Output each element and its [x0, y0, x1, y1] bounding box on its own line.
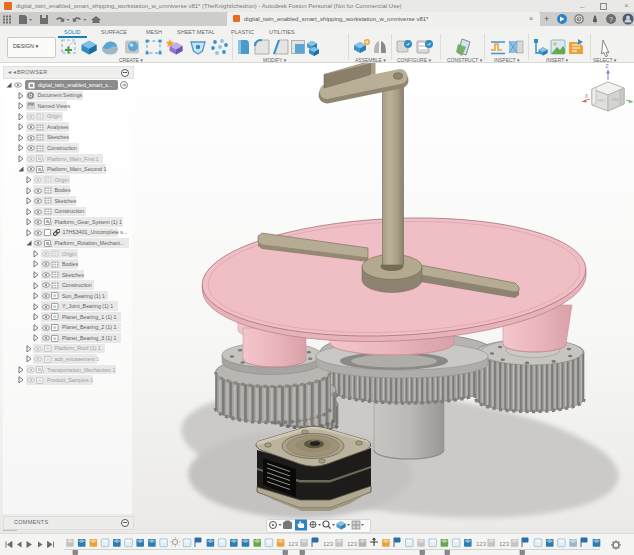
svg-text:123: 123	[288, 541, 299, 547]
svg-text:123: 123	[499, 541, 510, 547]
svg-text:123: 123	[476, 541, 487, 547]
svg-text:?: ?	[609, 16, 613, 23]
svg-text:FRO: FRO	[598, 99, 606, 103]
svg-text:123: 123	[323, 541, 334, 547]
svg-text:RIG: RIG	[612, 98, 619, 102]
svg-text:123: 123	[347, 541, 358, 547]
svg-text:Z: Z	[606, 63, 609, 69]
svg-text:X: X	[585, 94, 588, 99]
